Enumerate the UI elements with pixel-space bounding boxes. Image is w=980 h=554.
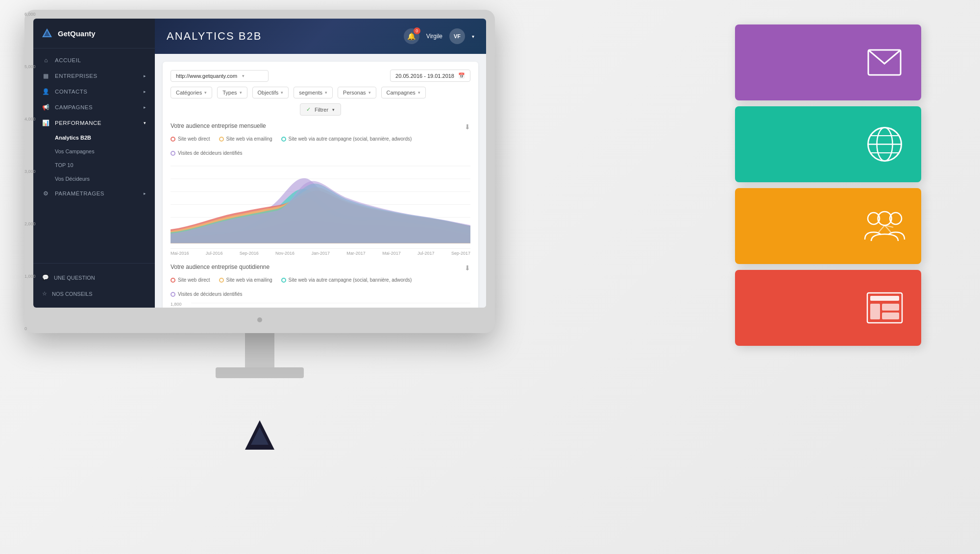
filter-main-btn[interactable]: ✓ Filtrer ▾ <box>300 103 341 116</box>
chevron-right-icon-contacts: ▸ <box>144 89 147 94</box>
feature-cards <box>735 24 921 346</box>
feature-card-contacts <box>735 188 921 264</box>
svg-line-11 <box>879 225 885 232</box>
globe-icon <box>862 122 906 167</box>
envelope-icon <box>862 41 906 85</box>
people-icon <box>862 204 906 248</box>
chart2-section: Votre audience entreprise quotidienne ⬇ … <box>171 264 470 308</box>
sidebar-item-contacts[interactable]: 👤 CONTACTS ▸ <box>33 84 155 99</box>
url-selector[interactable]: http://www.getquanty.com ▾ <box>171 70 269 82</box>
chart1-download[interactable]: ⬇ <box>465 123 470 131</box>
triangle-logo-svg <box>245 420 274 455</box>
monitor-bezel-bottom <box>33 308 486 332</box>
home-icon: ⌂ <box>42 57 50 64</box>
megaphone-icon: 📢 <box>42 104 50 111</box>
sidebar-item-accueil[interactable]: ⌂ ACCUEIL <box>33 52 155 68</box>
sidebar-item-campagnes[interactable]: 📢 CAMPAGNES ▸ <box>33 99 155 115</box>
chart1-section: Votre audience entreprise mensuelle ⬇ Si… <box>171 122 470 256</box>
monitor-dot <box>257 317 262 322</box>
legend-dot-decisions <box>171 151 175 156</box>
chart-icon: 📊 <box>42 120 50 126</box>
sidebar-item-entreprises[interactable]: ▦ ENTREPRISES ▸ <box>33 68 155 84</box>
campagnes-arrow: ▾ <box>418 90 420 95</box>
sidebar-item-parametrages[interactable]: ⚙ PARAMÉTRAGES ▸ <box>33 186 155 201</box>
chevron-down-icon: ▾ <box>144 120 147 125</box>
monitor: GetQuanty ⌂ ACCUEIL ▦ ENTREPRISES ▸ 👤 <box>24 10 495 333</box>
legend2-emailing: Site web via emailing <box>219 277 272 283</box>
page-title: ANALYTICS B2B <box>167 30 262 43</box>
une-question-link[interactable]: 💬 UNE QUESTION <box>33 269 155 286</box>
categories-filter[interactable]: Catégories ▾ <box>171 87 212 98</box>
user-name: Virgile <box>426 33 442 40</box>
legend2-decisions: Visites de décideurs identifiés <box>171 291 243 297</box>
svg-rect-15 <box>882 304 899 311</box>
legend2-dot-other <box>281 278 286 283</box>
topbar: ANALYTICS B2B 🔔 0 Virgile VF ▾ <box>155 19 486 54</box>
url-text: http://www.getquanty.com <box>176 73 237 79</box>
sidebar-item-performance[interactable]: 📊 PERFORMANCE ▾ <box>33 115 155 131</box>
chart2-download[interactable]: ⬇ <box>465 264 470 272</box>
chart2-y-axis: 1,800 <box>171 302 188 308</box>
chart1-wrapper: 6,000 5,000 4,000 3,000 2,000 1,000 0 <box>171 161 470 256</box>
chart2-wrapper: 1,800 <box>171 302 470 308</box>
sidebar-subitem-top10[interactable]: TOP 10 <box>33 158 155 172</box>
types-filter[interactable]: Types ▾ <box>217 87 247 98</box>
feature-card-web <box>735 106 921 182</box>
question-icon: 💬 <box>42 274 49 281</box>
objectifs-arrow: ▾ <box>281 90 283 95</box>
chevron-right-icon-param: ▸ <box>144 191 147 196</box>
legend-emailing: Site web via emailing <box>219 136 272 142</box>
chart1-inner: Mai-2016 Jul-2016 Sep-2016 Nov-2016 Jan-… <box>171 161 470 256</box>
personas-arrow: ▾ <box>368 90 371 95</box>
sidebar-subitem-analytics-b2b[interactable]: Analytics B2B <box>33 131 155 145</box>
user-avatar[interactable]: VF <box>449 28 465 44</box>
sidebar-bottom: 💬 UNE QUESTION ☆ NOS CONSEILS <box>33 263 155 308</box>
types-arrow: ▾ <box>240 90 242 95</box>
notification-button[interactable]: 🔔 0 <box>404 28 419 44</box>
calendar-icon: 📅 <box>458 72 465 79</box>
legend-other: Site web via autre campagne (social, ban… <box>281 136 412 142</box>
logo-text: GetQuanty <box>58 29 96 38</box>
legend-dot-direct <box>171 137 175 142</box>
chevron-right-icon-campagnes: ▸ <box>144 105 147 110</box>
svg-rect-14 <box>870 304 880 319</box>
legend2-direct: Site web direct <box>171 277 210 283</box>
nos-conseils-link[interactable]: ☆ NOS CONSEILS <box>33 286 155 302</box>
person-icon: 👤 <box>42 88 50 95</box>
monitor-screen: GetQuanty ⌂ ACCUEIL ▦ ENTREPRISES ▸ 👤 <box>33 19 486 308</box>
legend2-dot-direct <box>171 278 175 283</box>
feature-card-layout <box>735 270 921 346</box>
date-range-text: 20.05.2016 - 19.01.2018 <box>395 73 454 79</box>
legend-direct: Site web direct <box>171 136 210 142</box>
url-dropdown-arrow: ▾ <box>242 73 245 78</box>
campagnes-filter[interactable]: Campagnes ▾ <box>381 87 426 98</box>
getquanty-logo-icon <box>41 27 53 39</box>
monitor-stand-neck <box>245 333 274 367</box>
filter-dropdown-arrow: ▾ <box>332 107 335 112</box>
sidebar-nav: ⌂ ACCUEIL ▦ ENTREPRISES ▸ 👤 CONTACTS ▸ <box>33 48 155 263</box>
analytics-card: http://www.getquanty.com ▾ 20.05.2016 - … <box>163 62 478 308</box>
star-icon: ☆ <box>42 290 47 297</box>
layout-icon <box>862 286 906 330</box>
monitor-stand-base <box>216 367 304 378</box>
logo-area: GetQuanty <box>33 19 155 48</box>
chart1-svg <box>171 161 470 249</box>
personas-filter[interactable]: Personas ▾ <box>338 87 376 98</box>
sidebar-subitem-vos-decideurs[interactable]: Vos Décideurs <box>33 172 155 186</box>
content-area: http://www.getquanty.com ▾ 20.05.2016 - … <box>155 54 486 308</box>
svg-rect-13 <box>870 296 899 301</box>
chart2-svg <box>191 302 470 308</box>
sidebar-subitem-vos-campagnes[interactable]: Vos Campagnes <box>33 145 155 158</box>
chart2-legend: Site web direct Site web via emailing Si… <box>171 277 470 297</box>
chevron-right-icon: ▸ <box>144 73 147 78</box>
objectifs-filter[interactable]: Objectifs ▾ <box>252 87 289 98</box>
segments-filter[interactable]: segments ▾ <box>294 87 333 98</box>
legend-decisions: Visites de décideurs identifiés <box>171 150 243 156</box>
user-dropdown-arrow[interactable]: ▾ <box>472 34 474 39</box>
legend2-other: Site web via autre campagne (social, ban… <box>281 277 412 283</box>
feature-card-email <box>735 24 921 100</box>
date-selector[interactable]: 20.05.2016 - 19.01.2018 📅 <box>390 70 470 82</box>
main-content: ANALYTICS B2B 🔔 0 Virgile VF ▾ <box>155 19 486 308</box>
chart2-inner <box>191 302 470 308</box>
legend-dot-other <box>281 137 286 142</box>
